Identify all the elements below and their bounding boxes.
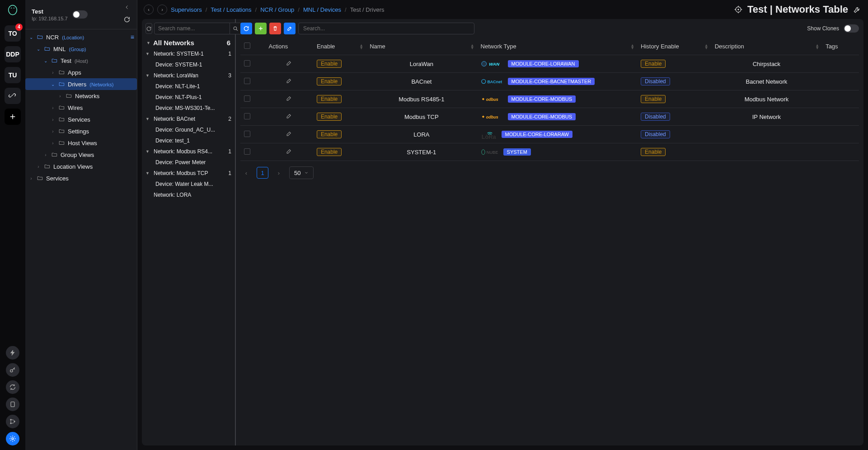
breadcrumb-item[interactable]: Supervisors xyxy=(171,6,202,13)
edit-icon xyxy=(286,113,292,119)
select-all-checkbox[interactable] xyxy=(244,43,250,49)
add-button[interactable] xyxy=(255,23,267,34)
netlist-item[interactable]: Device: SYSTEM-1 xyxy=(145,59,231,70)
history-badge: Enable xyxy=(641,148,666,156)
tree-node[interactable]: ›Networks xyxy=(25,90,137,102)
refresh-tree-button[interactable] xyxy=(123,16,131,24)
netlist-item[interactable]: Device: NLT-Lite-1 xyxy=(145,81,231,92)
nav-forward-button[interactable]: › xyxy=(157,5,167,14)
host-toggle[interactable] xyxy=(72,10,88,19)
list-search-input[interactable] xyxy=(155,25,230,32)
chevron-left-icon xyxy=(124,5,130,10)
row-checkbox[interactable] xyxy=(244,131,250,137)
refresh-list-button[interactable] xyxy=(145,23,152,34)
col-desc[interactable]: Description▲▼ xyxy=(711,38,822,55)
bottom-button-settings[interactable] xyxy=(6,432,19,445)
rail-tile-ddp[interactable]: DDP xyxy=(5,46,21,62)
collapse-panel-button[interactable] xyxy=(124,5,130,11)
history-badge: Disabled xyxy=(641,77,670,85)
page-size-select[interactable]: 50 xyxy=(289,166,314,179)
tree-node[interactable]: ⌄MNL (Group) xyxy=(25,43,137,55)
row-checkbox[interactable] xyxy=(244,148,250,155)
tree-node[interactable]: ›Services xyxy=(25,172,137,184)
tree-node[interactable]: ⌄Drivers (Networks) xyxy=(25,78,137,90)
netlist-item[interactable]: Network: LORA xyxy=(145,189,231,200)
nav-back-button[interactable]: ‹ xyxy=(144,5,154,14)
page-number[interactable]: 1 xyxy=(257,167,268,179)
tree-node[interactable]: ›Settings xyxy=(25,125,137,137)
col-enable[interactable]: Enable▲▼ xyxy=(313,38,366,55)
chevron-down-icon: ⌄ xyxy=(28,35,34,40)
row-checkbox[interactable] xyxy=(244,78,250,84)
wrench-icon[interactable] xyxy=(853,5,862,14)
netlist-item[interactable]: Device: Ground_AC_U... xyxy=(145,124,231,135)
bottom-button-branch[interactable] xyxy=(6,415,19,428)
sort-icon: ▲▼ xyxy=(630,44,634,49)
row-checkbox[interactable] xyxy=(244,113,250,119)
enable-badge: Enable xyxy=(317,113,342,121)
tree-node[interactable]: ›Apps xyxy=(25,66,137,78)
page-size-value: 50 xyxy=(294,170,300,176)
col-type[interactable]: Network Type▲▼ xyxy=(477,38,638,55)
col-history[interactable]: History Enable▲▼ xyxy=(637,38,711,55)
breadcrumb-item[interactable]: MNL / Devices xyxy=(303,6,341,13)
folder-icon xyxy=(52,58,58,63)
netlist-item[interactable]: ▼Network: Modbus TCP1 xyxy=(145,168,231,179)
tree-node[interactable]: ›Location Views xyxy=(25,161,137,172)
tree-node[interactable]: ⌄Test (Host) xyxy=(25,55,137,66)
delete-button[interactable] xyxy=(269,23,281,34)
bottom-button-doc[interactable] xyxy=(6,398,19,411)
edit-row-button[interactable] xyxy=(286,61,292,68)
col-actions: Actions xyxy=(265,38,313,55)
enable-badge: Enable xyxy=(317,60,342,68)
edit-row-button[interactable] xyxy=(286,114,292,121)
node-menu-icon[interactable]: ≡ xyxy=(131,33,134,41)
netlist-item[interactable]: Device: Power Meter xyxy=(145,157,231,168)
tree-node[interactable]: ›Services xyxy=(25,114,137,125)
bottom-button-sync[interactable] xyxy=(6,380,19,394)
tree-node[interactable]: ›Group Views xyxy=(25,149,137,161)
edit-row-button[interactable] xyxy=(286,79,292,85)
row-type: odbusMODULE-CORE-MODBUS xyxy=(477,108,638,126)
tree-node[interactable]: ›Host Views xyxy=(25,137,137,149)
edit-row-button[interactable] xyxy=(286,149,292,156)
rail-tile-add[interactable] xyxy=(5,109,21,125)
edit-row-button[interactable] xyxy=(286,96,292,103)
netlist-item[interactable]: ▼Network: BACnet2 xyxy=(145,114,231,124)
row-checkbox[interactable] xyxy=(244,60,250,66)
edit-icon xyxy=(286,95,292,102)
folder-icon xyxy=(59,140,65,146)
col-name[interactable]: Name▲▼ xyxy=(366,38,477,55)
netlist-item[interactable]: ▼Network: LoraWan3 xyxy=(145,70,231,81)
gear-icon xyxy=(9,435,16,442)
tree-node[interactable]: ›Wires xyxy=(25,102,137,114)
enable-badge: Enable xyxy=(317,148,342,156)
table-search-input[interactable] xyxy=(299,23,474,34)
bottom-button-bolt[interactable] xyxy=(6,346,19,360)
row-checkbox[interactable] xyxy=(244,95,250,102)
netlist-item[interactable]: ▼Network: SYSTEM-11 xyxy=(145,48,231,59)
breadcrumb-item[interactable]: NCR / Group xyxy=(260,6,294,13)
reload-button[interactable] xyxy=(240,23,252,34)
netlist-item[interactable]: Device: MS-WS301-Te... xyxy=(145,103,231,114)
bottom-button-key[interactable] xyxy=(6,363,19,377)
netlist-item[interactable]: Device: test_1 xyxy=(145,135,231,146)
prev-page-button[interactable]: ‹ xyxy=(240,167,252,179)
tree-node[interactable]: ⌄NCR (Location)≡ xyxy=(25,31,137,43)
netlist-item[interactable]: Device: Water Leak M... xyxy=(145,179,231,189)
netlist-item-label: Device: MS-WS301-Te... xyxy=(155,105,215,111)
breadcrumb-item[interactable]: Test / Locations xyxy=(211,6,251,13)
netlist-item-label: Device: Ground_AC_U... xyxy=(155,127,215,133)
netlist-item[interactable]: ▼Network: Modbus RS4...1 xyxy=(145,146,231,157)
edit-button[interactable] xyxy=(284,23,296,34)
next-page-button[interactable]: › xyxy=(273,167,285,179)
netlist-item-count: 2 xyxy=(228,116,231,122)
edit-row-button[interactable] xyxy=(286,132,292,138)
rail-tile-link[interactable] xyxy=(5,88,21,104)
folder-icon xyxy=(44,46,51,52)
show-clones-toggle[interactable] xyxy=(844,24,859,33)
rail-tile-tu[interactable]: TU xyxy=(5,67,21,83)
tree-node-label: Group Views xyxy=(61,152,134,158)
netlist-item[interactable]: Device: NLT-Plus-1 xyxy=(145,92,231,103)
rail-tile-to[interactable]: TO4 xyxy=(5,25,21,42)
